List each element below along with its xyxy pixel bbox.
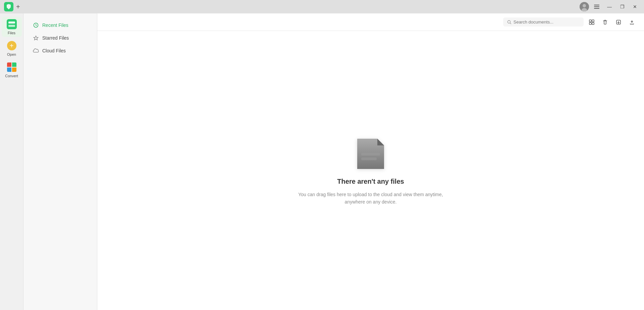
app-body: Files + Open Convert bbox=[0, 13, 644, 310]
svg-rect-22 bbox=[361, 158, 377, 160]
toolbar bbox=[97, 13, 644, 31]
svg-rect-16 bbox=[589, 23, 591, 25]
files-icon-wrap bbox=[6, 19, 17, 30]
svg-rect-4 bbox=[594, 5, 599, 5]
recent-icon bbox=[33, 22, 39, 28]
svg-rect-7 bbox=[7, 19, 17, 29]
nav-item-starred[interactable]: Starred Files bbox=[26, 32, 94, 44]
star-icon bbox=[33, 35, 39, 41]
convert-icon bbox=[7, 62, 16, 72]
minimize-button[interactable]: — bbox=[604, 3, 614, 11]
app-logo bbox=[4, 2, 13, 11]
sidebar-item-convert[interactable]: Convert bbox=[2, 60, 22, 80]
add-tab-button[interactable]: + bbox=[16, 3, 20, 10]
svg-line-13 bbox=[510, 23, 511, 24]
maximize-button[interactable]: ❐ bbox=[617, 3, 627, 11]
svg-rect-6 bbox=[594, 8, 599, 9]
main-content: There aren't any files You can drag file… bbox=[97, 13, 644, 310]
search-input[interactable] bbox=[514, 19, 580, 25]
title-bar-left: + bbox=[4, 2, 20, 11]
recent-label: Recent Files bbox=[42, 23, 68, 28]
svg-rect-21 bbox=[361, 153, 380, 156]
svg-rect-14 bbox=[589, 20, 591, 22]
sidebar-item-files[interactable]: Files bbox=[2, 17, 22, 37]
starred-label: Starred Files bbox=[42, 35, 69, 41]
search-box[interactable] bbox=[503, 17, 584, 27]
files-label: Files bbox=[8, 31, 15, 35]
nav-sidebar: Recent Files Starred Files Cloud Files bbox=[23, 13, 97, 310]
upload-button[interactable] bbox=[627, 17, 637, 28]
grid-view-button[interactable] bbox=[586, 17, 597, 28]
svg-marker-11 bbox=[34, 36, 38, 40]
user-avatar[interactable] bbox=[580, 2, 589, 11]
svg-rect-17 bbox=[592, 23, 594, 25]
empty-description: You can drag files here to upload to the… bbox=[298, 191, 443, 206]
cloud-icon bbox=[33, 48, 39, 54]
convert-label: Convert bbox=[5, 74, 18, 78]
svg-rect-15 bbox=[592, 20, 594, 22]
empty-state: There aren't any files You can drag file… bbox=[97, 31, 644, 310]
svg-rect-8 bbox=[8, 21, 15, 24]
title-bar: + — ❐ ✕ bbox=[0, 0, 644, 13]
empty-file-icon bbox=[354, 135, 387, 172]
svg-point-12 bbox=[507, 20, 510, 23]
hamburger-menu-button[interactable] bbox=[592, 3, 602, 11]
close-button[interactable]: ✕ bbox=[630, 3, 640, 11]
cloud-label: Cloud Files bbox=[42, 48, 66, 53]
trash-button[interactable] bbox=[600, 17, 610, 28]
nav-item-cloud[interactable]: Cloud Files bbox=[26, 44, 94, 57]
empty-title: There aren't any files bbox=[337, 178, 404, 185]
svg-rect-5 bbox=[594, 6, 599, 7]
nav-item-recent[interactable]: Recent Files bbox=[26, 19, 94, 32]
svg-rect-9 bbox=[8, 25, 15, 27]
title-bar-right: — ❐ ✕ bbox=[580, 2, 640, 11]
download-button[interactable] bbox=[613, 17, 624, 28]
open-label: Open bbox=[7, 52, 16, 56]
open-icon-wrap: + bbox=[6, 40, 17, 51]
convert-icon-wrap bbox=[6, 62, 17, 73]
sidebar-item-open[interactable]: + Open bbox=[2, 38, 22, 58]
svg-point-2 bbox=[583, 4, 586, 7]
open-icon: + bbox=[7, 41, 16, 50]
icon-sidebar: Files + Open Convert bbox=[0, 13, 23, 310]
search-icon bbox=[507, 20, 512, 25]
